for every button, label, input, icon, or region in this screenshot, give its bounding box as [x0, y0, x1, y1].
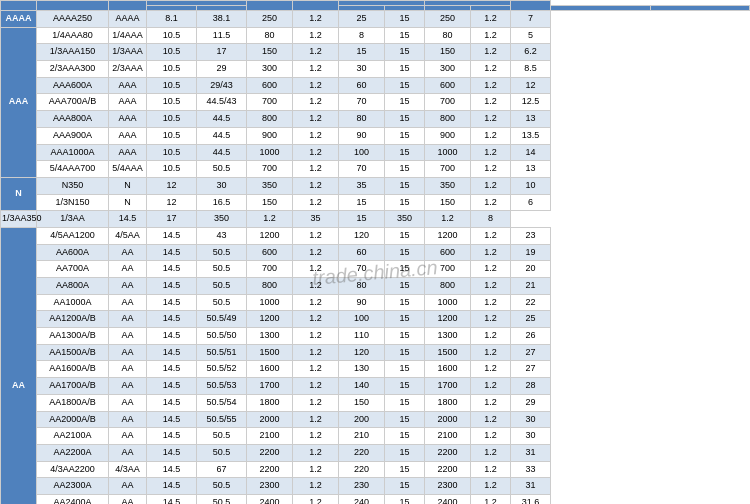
sct-cell: 15 — [385, 61, 425, 78]
rc-cell: 600 — [425, 244, 471, 261]
height-cell: 44.5 — [197, 111, 247, 128]
rc-cell: 800 — [425, 278, 471, 295]
size-cell: AA — [109, 294, 147, 311]
sct-cell: 15 — [339, 211, 385, 228]
cap-cell: 150 — [247, 194, 293, 211]
model-cell: AAA800A — [37, 111, 109, 128]
model-cell: 5/4AAA700 — [37, 161, 109, 178]
voltage-cell: 1.2 — [293, 411, 339, 428]
ref-cell: 19 — [511, 244, 551, 261]
sct-cell: 15 — [385, 278, 425, 295]
ref-cell: 29 — [511, 394, 551, 411]
rc-cell: 1000 — [425, 144, 471, 161]
height-cell: 50.5/51 — [197, 344, 247, 361]
voltage-cell: 1.2 — [293, 328, 339, 345]
table-row: AA2100AAA14.550.521001.22101521001.230 — [1, 428, 750, 445]
battery-table-wrapper: trade.china.cn — [0, 0, 750, 504]
height-cell: 44.5 — [197, 144, 247, 161]
rc-cell: 1000 — [425, 294, 471, 311]
rct-cell: 1.2 — [471, 461, 511, 478]
model-cell: AA1000A — [37, 294, 109, 311]
diam-cell: 10.5 — [147, 94, 197, 111]
diam-cell: 10.5 — [147, 61, 197, 78]
size-cell: 1/3AAA — [109, 44, 147, 61]
size-cell: AA — [109, 278, 147, 295]
table-row: 1/3AA3501/3AA14.5173501.235153501.28 — [1, 211, 750, 228]
sct-cell: 15 — [385, 478, 425, 495]
height-cell: 17 — [147, 211, 197, 228]
size-cell: AA — [109, 444, 147, 461]
ref-cell: 10 — [511, 177, 551, 194]
diam-cell: 10.5 — [147, 27, 197, 44]
cap-cell: 800 — [247, 278, 293, 295]
ref-cell: 28 — [511, 378, 551, 395]
rc-cell: 2200 — [425, 444, 471, 461]
ref-cell: 8 — [471, 211, 511, 228]
table-row: AA1000AAA14.550.510001.2901510001.222 — [1, 294, 750, 311]
sc-cell: 220 — [339, 461, 385, 478]
voltage-cell: 1.2 — [293, 478, 339, 495]
sc-cell: 220 — [339, 444, 385, 461]
rc-cell: 1200 — [425, 311, 471, 328]
type-cell: AAAA — [1, 11, 37, 28]
sc-cell: 100 — [339, 311, 385, 328]
rct-cell: 1.2 — [471, 494, 511, 504]
diam-cell: 14.5 — [147, 261, 197, 278]
size-cell: 2/3AAA — [109, 61, 147, 78]
rc-cell: 80 — [425, 27, 471, 44]
table-row: AA600AAA14.550.56001.260156001.219 — [1, 244, 750, 261]
ref-cell: 6 — [511, 194, 551, 211]
size-cell: AA — [109, 378, 147, 395]
ref-cell: 13 — [511, 111, 551, 128]
sct-cell: 15 — [385, 394, 425, 411]
voltage-cell: 1.2 — [293, 194, 339, 211]
height-cell: 50.5/53 — [197, 378, 247, 395]
cap-cell: 2000 — [247, 411, 293, 428]
model-cell: AAA600A — [37, 77, 109, 94]
model-cell: AA1300A/B — [37, 328, 109, 345]
size-cell: AAA — [109, 111, 147, 128]
voltage-cell: 1.2 — [293, 261, 339, 278]
diam-cell: 14.5 — [147, 227, 197, 244]
size-cell: AA — [109, 244, 147, 261]
diam-cell: 14.5 — [147, 378, 197, 395]
height-cell: 29 — [197, 61, 247, 78]
voltage-cell: 1.2 — [293, 378, 339, 395]
table-row: AAA1000AAAA10.544.510001.21001510001.214 — [1, 144, 750, 161]
diam-cell: 14.5 — [147, 278, 197, 295]
sct-cell: 15 — [385, 294, 425, 311]
size-cell: AA — [109, 328, 147, 345]
table-row: NN350N12303501.235153501.210 — [1, 177, 750, 194]
height-cell: 50.5 — [197, 244, 247, 261]
sc-cell: 70 — [339, 161, 385, 178]
rct-cell: 1.2 — [471, 478, 511, 495]
cap-cell: 350 — [247, 177, 293, 194]
sc-cell: 25 — [339, 11, 385, 28]
height-cell: 16.5 — [197, 194, 247, 211]
sc-cell: 100 — [339, 144, 385, 161]
ref-cell: 22 — [511, 294, 551, 311]
voltage-cell: 1.2 — [293, 394, 339, 411]
size-cell: 1/4AAA — [109, 27, 147, 44]
table-row: 4/3AA22004/3AA14.56722001.22201522001.23… — [1, 461, 750, 478]
voltage-cell: 1.2 — [293, 111, 339, 128]
height-cell: 43 — [197, 227, 247, 244]
rct-cell: 1.2 — [471, 344, 511, 361]
diam-cell: 14.5 — [147, 461, 197, 478]
diam-cell: 14.5 — [147, 294, 197, 311]
voltage-cell: 1.2 — [293, 27, 339, 44]
size-cell: N — [109, 194, 147, 211]
cap-cell: 150 — [247, 44, 293, 61]
rct-cell: 1.2 — [471, 161, 511, 178]
rct-cell: 1.2 — [471, 227, 511, 244]
rc-cell: 1800 — [425, 394, 471, 411]
diam-cell: 14.5 — [147, 494, 197, 504]
rc-cell: 2200 — [425, 461, 471, 478]
table-row: AAA1/4AAA801/4AAA10.511.5801.2815801.25 — [1, 27, 750, 44]
sc-cell: 70 — [339, 261, 385, 278]
cap-cell: 1300 — [247, 328, 293, 345]
rct-cell: 1.2 — [425, 211, 471, 228]
table-header — [1, 1, 750, 11]
diam-cell: 10.5 — [147, 44, 197, 61]
rc-cell: 2400 — [425, 494, 471, 504]
